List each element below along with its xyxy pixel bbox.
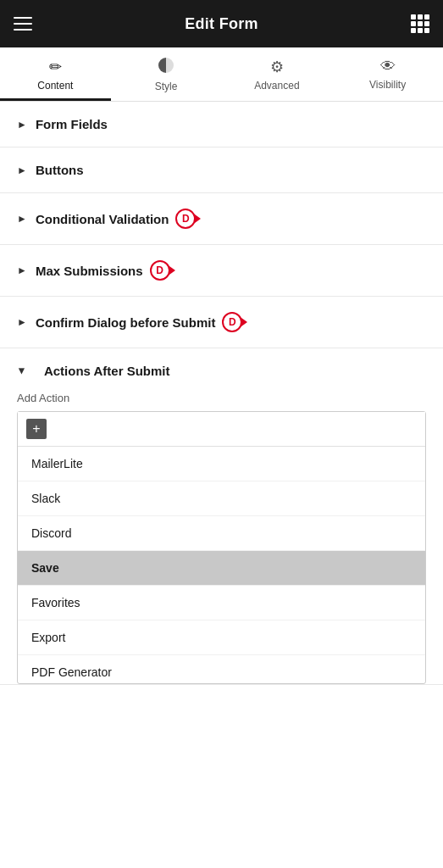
tab-style-label: Style bbox=[155, 81, 178, 92]
actions-header[interactable]: ► Actions After Submit bbox=[17, 364, 426, 378]
tab-visibility-label: Visibility bbox=[369, 79, 406, 91]
menu-icon[interactable] bbox=[14, 17, 32, 31]
section-confirm-dialog-label: Confirm Dialog before Submit bbox=[36, 315, 216, 330]
action-dropdown[interactable]: + MailerLite Slack Discord Save Favorite… bbox=[17, 411, 426, 684]
dropdown-item-favorites[interactable]: Favorites bbox=[18, 586, 425, 620]
tab-style[interactable]: Style bbox=[111, 47, 222, 101]
chevron-right-icon: ► bbox=[17, 119, 27, 131]
add-action-button[interactable]: + bbox=[26, 419, 47, 439]
dropdown-item-save[interactable]: Save bbox=[18, 551, 425, 586]
section-confirm-dialog[interactable]: ► Confirm Dialog before Submit D bbox=[0, 297, 443, 348]
pencil-icon: ✏ bbox=[49, 58, 62, 76]
tab-advanced[interactable]: ⚙ Advanced bbox=[222, 47, 333, 101]
header-title: Edit Form bbox=[185, 15, 258, 33]
chevron-right-icon: ► bbox=[17, 164, 27, 176]
chevron-right-icon: ► bbox=[17, 264, 27, 276]
header: Edit Form bbox=[0, 0, 443, 47]
tab-visibility[interactable]: 👁 Visibility bbox=[332, 47, 443, 101]
tab-advanced-label: Advanced bbox=[254, 80, 299, 92]
apps-icon[interactable] bbox=[411, 14, 429, 33]
chevron-right-icon: ► bbox=[17, 316, 27, 328]
actions-title: Actions After Submit bbox=[44, 364, 170, 378]
style-icon bbox=[158, 58, 174, 77]
dropdown-item-export[interactable]: Export bbox=[18, 620, 425, 655]
section-conditional-validation[interactable]: ► Conditional Validation D bbox=[0, 193, 443, 245]
section-buttons[interactable]: ► Buttons bbox=[0, 147, 443, 193]
chevron-right-icon: ► bbox=[17, 213, 27, 225]
dropdown-list[interactable]: MailerLite Slack Discord Save Favorites … bbox=[18, 446, 425, 683]
dropdown-item-pdf-generator[interactable]: PDF Generator bbox=[18, 655, 425, 683]
section-form-fields[interactable]: ► Form Fields bbox=[0, 102, 443, 147]
chevron-down-icon: ► bbox=[16, 366, 28, 376]
section-buttons-label: Buttons bbox=[36, 163, 84, 177]
pro-badge-conditional: D bbox=[175, 209, 201, 229]
tab-content-label: Content bbox=[37, 80, 73, 92]
content-area: ► Form Fields ► Buttons ► Conditional Va… bbox=[0, 102, 443, 685]
tab-content[interactable]: ✏ Content bbox=[0, 47, 111, 101]
gear-icon: ⚙ bbox=[270, 58, 284, 76]
tab-bar: ✏ Content Style ⚙ Advanced 👁 Visibility bbox=[0, 47, 443, 102]
pro-badge-max-submissions: D bbox=[150, 260, 175, 281]
dropdown-item-mailerlite[interactable]: MailerLite bbox=[18, 447, 425, 481]
section-max-submissions[interactable]: ► Max Submissions D bbox=[0, 245, 443, 297]
add-action-label: Add Action bbox=[17, 392, 426, 404]
dropdown-header: + bbox=[18, 412, 425, 446]
eye-icon: 👁 bbox=[380, 58, 396, 75]
dropdown-item-slack[interactable]: Slack bbox=[18, 481, 425, 516]
section-max-submissions-label: Max Submissions bbox=[36, 264, 143, 278]
dropdown-item-discord[interactable]: Discord bbox=[18, 516, 425, 551]
pro-badge-confirm-dialog: D bbox=[222, 312, 247, 332]
section-actions-after-submit: ► Actions After Submit Add Action + Mail… bbox=[0, 348, 443, 685]
section-form-fields-label: Form Fields bbox=[36, 117, 108, 131]
section-conditional-validation-label: Conditional Validation bbox=[36, 212, 169, 226]
